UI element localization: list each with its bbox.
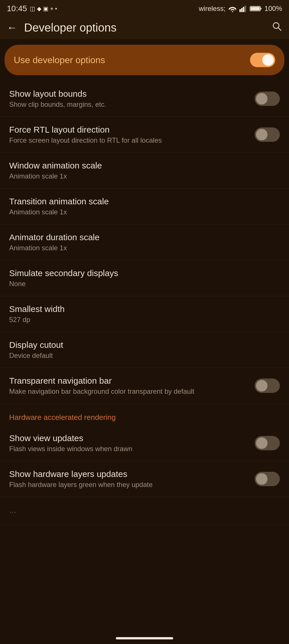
show-layout-bounds-toggle[interactable] bbox=[255, 92, 280, 106]
show-view-updates-toggle[interactable] bbox=[255, 436, 280, 450]
show-hardware-layers-updates-subtitle: Flash hardware layers green when they up… bbox=[9, 481, 250, 489]
home-bar bbox=[116, 637, 173, 639]
force-rtl-item[interactable]: Force RTL layout direction Force screen … bbox=[0, 117, 289, 153]
wifi-icon: wireless; bbox=[199, 5, 225, 13]
animator-duration-scale-title: Animator duration scale bbox=[9, 232, 275, 242]
show-view-updates-item[interactable]: Show view updates Flash views inside win… bbox=[0, 425, 289, 461]
svg-rect-6 bbox=[260, 8, 261, 9]
search-button[interactable] bbox=[272, 21, 282, 34]
toggle-track bbox=[255, 436, 280, 450]
transparent-navigation-bar-subtitle: Make navigation bar background color tra… bbox=[9, 387, 250, 395]
window-animation-scale-subtitle: Animation scale 1x bbox=[9, 172, 275, 180]
top-bar: ← Developer options bbox=[0, 16, 289, 39]
toggle-track bbox=[255, 92, 280, 106]
toggle-track bbox=[255, 379, 280, 393]
more-items-text: ... bbox=[9, 505, 275, 517]
show-hardware-layers-updates-text: Show hardware layers updates Flash hardw… bbox=[9, 469, 250, 489]
animator-duration-scale-item[interactable]: Animator duration scale Animation scale … bbox=[0, 224, 289, 260]
status-bar: 10:45 ◫ ◆ ▣ ⌖ • wireless; 100% bbox=[0, 0, 289, 16]
toggle-thumb bbox=[256, 473, 267, 485]
transparent-navigation-bar-toggle[interactable] bbox=[255, 379, 280, 393]
simulate-secondary-displays-item[interactable]: Simulate secondary displays None bbox=[0, 260, 289, 296]
whatsapp-icon: ◫ bbox=[30, 5, 35, 12]
display-cutout-subtitle: Device default bbox=[9, 352, 275, 360]
simulate-secondary-displays-title: Simulate secondary displays bbox=[9, 268, 275, 278]
window-animation-scale-item[interactable]: Window animation scale Animation scale 1… bbox=[0, 153, 289, 189]
svg-rect-3 bbox=[245, 6, 246, 12]
transition-animation-scale-text: Transition animation scale Animation sca… bbox=[9, 197, 275, 216]
signal-icon bbox=[239, 5, 247, 12]
vpn-icon: ◆ bbox=[37, 5, 41, 12]
wifi-icon bbox=[228, 5, 237, 12]
animator-duration-scale-text: Animator duration scale Animation scale … bbox=[9, 232, 275, 252]
show-view-updates-text: Show view updates Flash views inside win… bbox=[9, 433, 250, 453]
display-cutout-item[interactable]: Display cutout Device default bbox=[0, 332, 289, 368]
window-animation-scale-text: Window animation scale Animation scale 1… bbox=[9, 161, 275, 180]
show-layout-bounds-subtitle: Show clip bounds, margins, etc. bbox=[9, 100, 250, 108]
more-items-title: ... bbox=[9, 505, 275, 515]
svg-rect-1 bbox=[241, 8, 243, 12]
developer-options-banner[interactable]: Use developer options bbox=[5, 45, 284, 75]
banner-label: Use developer options bbox=[14, 55, 105, 65]
animator-duration-scale-subtitle: Animation scale 1x bbox=[9, 244, 275, 252]
svg-rect-0 bbox=[239, 9, 241, 12]
display-cutout-title: Display cutout bbox=[9, 340, 275, 350]
smallest-width-title: Smallest width bbox=[9, 304, 275, 314]
more-items-placeholder: ... bbox=[0, 497, 289, 525]
status-time: 10:45 bbox=[7, 4, 27, 13]
battery-icon bbox=[250, 5, 262, 12]
content: Use developer options Show layout bounds… bbox=[0, 45, 289, 525]
display-cutout-text: Display cutout Device default bbox=[9, 340, 275, 360]
toggle-thumb bbox=[256, 437, 267, 449]
svg-rect-5 bbox=[251, 7, 260, 10]
show-layout-bounds-text: Show layout bounds Show clip bounds, mar… bbox=[9, 89, 250, 108]
show-hardware-layers-updates-item[interactable]: Show hardware layers updates Flash hardw… bbox=[0, 461, 289, 497]
battery-percentage: 100% bbox=[265, 5, 282, 13]
transition-animation-scale-subtitle: Animation scale 1x bbox=[9, 208, 275, 216]
smallest-width-subtitle: 527 dp bbox=[9, 316, 275, 324]
back-button[interactable]: ← bbox=[7, 22, 17, 34]
status-right: wireless; 100% bbox=[199, 5, 282, 13]
settings-list: Show layout bounds Show clip bounds, mar… bbox=[0, 81, 289, 525]
location-icon: ⌖ bbox=[50, 5, 53, 12]
show-hardware-layers-updates-toggle[interactable] bbox=[255, 472, 280, 486]
simulate-secondary-displays-subtitle: None bbox=[9, 280, 275, 288]
force-rtl-title: Force RTL layout direction bbox=[9, 125, 250, 135]
toggle-thumb bbox=[256, 129, 267, 140]
show-layout-bounds-item[interactable]: Show layout bounds Show clip bounds, mar… bbox=[0, 81, 289, 117]
show-layout-bounds-title: Show layout bounds bbox=[9, 89, 250, 99]
developer-options-toggle[interactable] bbox=[250, 53, 275, 67]
notification-dot-icon: • bbox=[55, 5, 57, 12]
toggle-track bbox=[255, 127, 280, 142]
toggle-thumb bbox=[256, 380, 267, 391]
window-animation-scale-title: Window animation scale bbox=[9, 161, 275, 170]
show-view-updates-subtitle: Flash views inside windows when drawn bbox=[9, 445, 250, 453]
toggle-track bbox=[255, 472, 280, 486]
transparent-navigation-bar-item[interactable]: Transparent navigation bar Make navigati… bbox=[0, 368, 289, 404]
smallest-width-item[interactable]: Smallest width 527 dp bbox=[0, 296, 289, 332]
show-hardware-layers-updates-title: Show hardware layers updates bbox=[9, 469, 250, 479]
force-rtl-subtitle: Force screen layout direction to RTL for… bbox=[9, 136, 250, 144]
force-rtl-text: Force RTL layout direction Force screen … bbox=[9, 125, 250, 144]
home-indicator bbox=[0, 633, 289, 644]
force-rtl-toggle[interactable] bbox=[255, 127, 280, 142]
toggle-track bbox=[250, 53, 275, 67]
simulate-secondary-displays-text: Simulate secondary displays None bbox=[9, 268, 275, 288]
transparent-navigation-bar-title: Transparent navigation bar bbox=[9, 376, 250, 386]
transparent-navigation-bar-text: Transparent navigation bar Make navigati… bbox=[9, 376, 250, 395]
toggle-thumb bbox=[256, 93, 267, 104]
show-view-updates-title: Show view updates bbox=[9, 433, 250, 443]
smallest-width-text: Smallest width 527 dp bbox=[9, 304, 275, 324]
svg-rect-2 bbox=[243, 7, 244, 12]
status-icons: ◫ ◆ ▣ ⌖ • bbox=[30, 5, 57, 12]
top-bar-left: ← Developer options bbox=[7, 21, 116, 34]
svg-line-8 bbox=[278, 28, 281, 30]
cast-icon: ▣ bbox=[43, 5, 48, 12]
hardware-accelerated-rendering-header: Hardware accelerated rendering bbox=[0, 404, 289, 425]
page-title: Developer options bbox=[24, 21, 116, 34]
toggle-thumb bbox=[262, 54, 274, 66]
transition-animation-scale-title: Transition animation scale bbox=[9, 197, 275, 206]
transition-animation-scale-item[interactable]: Transition animation scale Animation sca… bbox=[0, 189, 289, 224]
status-left: 10:45 ◫ ◆ ▣ ⌖ • bbox=[7, 4, 57, 13]
